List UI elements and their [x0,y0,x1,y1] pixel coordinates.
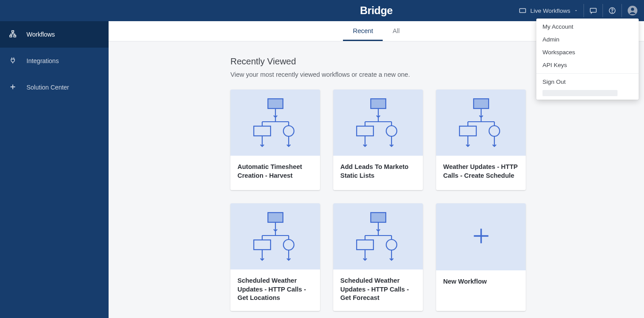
sidebar-item-solution-center[interactable]: Solution Center [0,74,109,101]
caret-down-icon [574,7,578,15]
svg-rect-49 [371,213,386,222]
sidebar-item-workflows[interactable]: Workflows [0,21,109,48]
topbar: Bridge Live Workflows [109,0,644,21]
sidebar-item-label: Solution Center [26,84,69,91]
sidebar: Workflows Integrations Solution Center [0,0,109,318]
workflow-thumbnail [230,203,320,269]
svg-rect-15 [254,126,271,136]
workflow-icon [9,30,26,39]
account-dropdown: My Account Admin Workspaces API Keys Sig… [536,19,639,100]
workflow-thumbnail [333,90,423,156]
workflow-card[interactable]: Scheduled Weather Updates - HTTP Calls -… [230,203,320,311]
workflow-thumbnail [333,203,423,269]
workflow-thumbnail [436,90,526,156]
avatar-icon [627,5,638,16]
svg-rect-9 [268,99,283,108]
tab-all[interactable]: All [383,21,409,41]
sidebar-item-label: Integrations [26,57,59,64]
svg-rect-4 [590,8,596,12]
tab-recent[interactable]: Recent [343,21,383,41]
notifications-button[interactable] [584,4,603,17]
workflow-card-title: Add Leads To Marketo Static Lists [340,163,416,180]
menu-sign-out[interactable]: Sign Out [536,75,639,88]
help-button[interactable] [603,4,622,17]
svg-point-46 [283,239,294,250]
svg-rect-35 [459,126,476,136]
new-workflow-label: New Workflow [443,277,519,286]
menu-separator [536,73,639,74]
account-menu-trigger[interactable] [622,4,638,17]
help-icon [608,7,616,15]
svg-rect-19 [371,99,386,108]
svg-rect-45 [254,240,271,250]
workflow-thumbnail [230,90,320,156]
page-subtitle: View your most recently viewed workflows… [230,71,539,78]
svg-rect-3 [520,9,526,13]
svg-rect-39 [268,213,283,222]
svg-rect-29 [474,99,489,108]
workflow-card[interactable]: Automatic Timesheet Creation - Harvest [230,90,320,190]
new-workflow-thumbnail [436,203,526,270]
plug-icon [9,56,26,66]
sidebar-item-label: Workflows [26,31,55,38]
svg-point-26 [386,126,397,136]
menu-footer-placeholder [542,90,618,96]
sidebar-item-integrations[interactable]: Integrations [0,48,109,74]
page-title: Recently Viewed [230,56,539,67]
workspace-icon [519,7,527,15]
menu-api-keys[interactable]: API Keys [536,59,639,71]
menu-admin[interactable]: Admin [536,33,639,46]
workflow-card[interactable]: Scheduled Weather Updates - HTTP Calls -… [333,203,423,311]
svg-point-16 [283,126,294,136]
svg-rect-55 [357,240,373,250]
workspace-switcher[interactable]: Live Workflows [513,4,584,17]
svg-point-6 [612,12,612,12]
svg-point-36 [489,126,500,136]
workflow-card-title: Weather Updates - HTTP Calls - Create Sc… [443,163,519,180]
svg-point-56 [386,239,397,250]
workflow-card-title: Scheduled Weather Updates - HTTP Calls -… [340,277,416,303]
plus-icon [9,83,26,92]
feedback-icon [589,7,597,15]
workspace-label: Live Workflows [530,7,570,14]
menu-my-account[interactable]: My Account [536,20,639,33]
brand-logo: Bridge [360,4,392,17]
sidebar-logo-space [0,0,109,21]
new-workflow-card[interactable]: New Workflow [436,203,526,311]
svg-rect-2 [14,35,16,37]
workflow-card[interactable]: Weather Updates - HTTP Calls - Create Sc… [436,90,526,190]
svg-rect-1 [10,35,12,37]
plus-icon [471,226,491,247]
workflow-card-title: Automatic Timesheet Creation - Harvest [237,163,313,180]
svg-rect-25 [357,126,373,136]
workflow-card[interactable]: Add Leads To Marketo Static Lists [333,90,423,190]
svg-rect-0 [12,30,14,32]
workflow-grid: Automatic Timesheet Creation - Harvest [230,90,539,311]
svg-point-8 [631,8,634,11]
workflow-card-title: Scheduled Weather Updates - HTTP Calls -… [237,277,313,303]
menu-workspaces[interactable]: Workspaces [536,46,639,59]
